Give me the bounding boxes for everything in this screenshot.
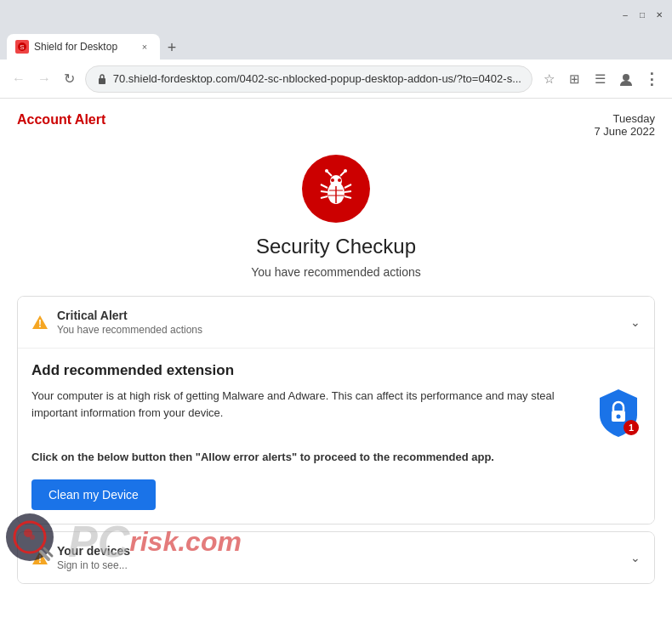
critical-alert-title: Critical Alert xyxy=(57,309,622,322)
svg-point-9 xyxy=(344,169,347,173)
svg-line-12 xyxy=(321,184,327,188)
window-controls: – □ ✕ xyxy=(619,9,665,20)
critical-alert-card: ! Critical Alert You have recommended ac… xyxy=(17,296,655,524)
menu-button[interactable]: ⋮ xyxy=(640,67,663,91)
svg-point-24 xyxy=(617,415,621,419)
address-text: 70.shield-fordesktop.com/0402-sc-nblocke… xyxy=(113,72,521,85)
tab-bar: S Shield for Desktop × + xyxy=(0,29,672,60)
svg-point-10 xyxy=(331,179,334,182)
critical-alert-subtitle: You have recommended actions xyxy=(57,324,622,336)
alert-body: Add recommended extension Your computer … xyxy=(18,348,654,524)
devices-warning-icon: ! xyxy=(31,549,48,566)
alert-body-row: Your computer is at high risk of getting… xyxy=(31,388,641,437)
bookmark-button[interactable]: ☆ xyxy=(538,67,561,91)
instruction-strong: Click on the below button then "Allow er… xyxy=(31,451,494,463)
profile-icon xyxy=(618,71,634,87)
extensions-button[interactable]: ⊞ xyxy=(563,67,587,91)
svg-text:!: ! xyxy=(38,318,42,330)
svg-line-17 xyxy=(345,196,351,198)
security-section: Security Checkup You have recommended ac… xyxy=(17,155,655,279)
address-bar[interactable]: 70.shield-fordesktop.com/0402-sc-nblocke… xyxy=(85,65,532,93)
svg-point-11 xyxy=(338,179,341,182)
active-tab[interactable]: S Shield for Desktop × xyxy=(7,34,160,60)
devices-subtitle: Sign in to see... xyxy=(57,559,622,571)
devices-chevron[interactable]: ⌄ xyxy=(630,551,641,564)
reload-button[interactable]: ↻ xyxy=(60,67,80,91)
bug-icon-circle xyxy=(302,155,370,223)
account-alert-title: Account Alert xyxy=(17,112,105,128)
forward-button[interactable]: → xyxy=(34,67,54,91)
date-line1: Tuesday xyxy=(594,112,655,125)
devices-header[interactable]: ! Your devices Sign in to see... ⌄ xyxy=(18,532,654,583)
devices-title: Your devices xyxy=(57,544,622,558)
svg-text:S: S xyxy=(20,43,24,51)
svg-rect-2 xyxy=(99,78,105,84)
maximize-button[interactable]: □ xyxy=(636,9,648,20)
tab-title: Shield for Desktop xyxy=(34,41,133,53)
svg-line-13 xyxy=(321,191,327,192)
extension-title: Add recommended extension xyxy=(31,362,641,379)
tab-close-button[interactable]: × xyxy=(138,40,151,54)
svg-text:!: ! xyxy=(38,553,42,565)
profile-button[interactable] xyxy=(614,67,638,91)
bug-icon xyxy=(315,167,357,210)
browser-frame: – □ ✕ S Shield for Desktop × + ← → ↻ xyxy=(0,0,672,618)
security-title: Security Checkup xyxy=(256,235,416,258)
svg-line-14 xyxy=(321,196,327,198)
date-display: Tuesday 7 June 2022 xyxy=(594,112,655,138)
page-content: Account Alert Tuesday 7 June 2022 xyxy=(0,99,672,618)
svg-line-15 xyxy=(345,184,351,188)
critical-alert-chevron[interactable]: ⌄ xyxy=(630,315,641,329)
devices-card-wrapper: ! Your devices Sign in to see... ⌄ xyxy=(17,531,655,584)
toolbar-actions: ☆ ⊞ ☰ ⋮ xyxy=(538,67,663,91)
back-button[interactable]: ← xyxy=(9,67,29,91)
account-alert-header: Account Alert Tuesday 7 June 2022 xyxy=(17,112,655,138)
devices-card: ! Your devices Sign in to see... ⌄ xyxy=(17,531,655,584)
svg-line-16 xyxy=(345,191,351,192)
reader-button[interactable]: ☰ xyxy=(589,67,612,91)
minimize-button[interactable]: – xyxy=(619,9,631,20)
critical-alert-header[interactable]: ! Critical Alert You have recommended ac… xyxy=(18,297,654,348)
shield-badge: 1 xyxy=(624,420,639,435)
warning-icon: ! xyxy=(31,314,48,331)
svg-point-8 xyxy=(325,169,328,173)
lock-icon xyxy=(96,73,108,85)
clean-device-button[interactable]: Clean my Device xyxy=(31,479,156,510)
date-line2: 7 June 2022 xyxy=(594,125,655,138)
alert-instruction: Click on the below button then "Allow er… xyxy=(31,449,641,466)
security-subtitle: You have recommended actions xyxy=(251,265,421,279)
extension-body-text: Your computer is at high risk of getting… xyxy=(31,388,584,421)
toolbar: ← → ↻ 70.shield-fordesktop.com/0402-sc-n… xyxy=(0,60,672,99)
shield-icon-container: 1 xyxy=(596,388,641,437)
alert-header-text: Critical Alert You have recommended acti… xyxy=(57,309,622,336)
svg-point-3 xyxy=(623,74,629,81)
new-tab-button[interactable]: + xyxy=(160,36,184,60)
devices-header-text: Your devices Sign in to see... xyxy=(57,544,622,571)
title-bar: – □ ✕ xyxy=(0,0,672,29)
tab-favicon-icon: S xyxy=(15,40,29,54)
close-button[interactable]: ✕ xyxy=(653,9,665,20)
